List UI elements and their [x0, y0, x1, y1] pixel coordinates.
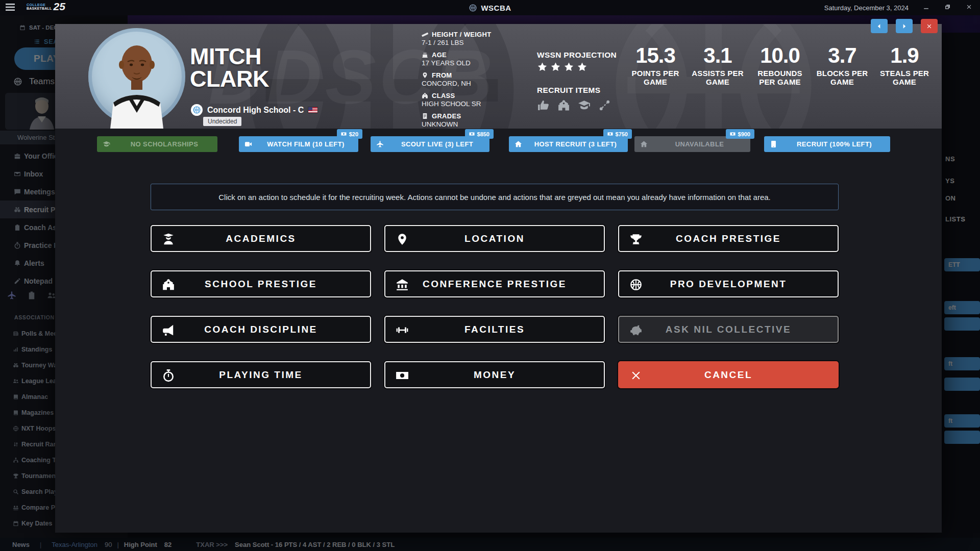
stat-assists-per-game: 3.1ASSISTS PER GAME — [689, 43, 746, 87]
cost-badge: $900 — [726, 129, 754, 139]
grid-academics-button[interactable]: ACADEMICS — [151, 225, 371, 252]
screen: SAT - DECEMBER 3 SEASON PLAY/SIM Teams W… — [0, 0, 980, 551]
calendar-icon — [19, 24, 26, 31]
grades-icon — [422, 113, 428, 119]
occluded-button-fragment — [944, 431, 980, 444]
sort-icon — [13, 441, 19, 447]
basketball-icon — [13, 77, 22, 86]
clipboard-icon — [14, 224, 21, 231]
action-recruit-100-left-button[interactable]: RECRUIT (100% LEFT) — [764, 136, 890, 152]
minimize-icon — [923, 4, 929, 10]
star-icon — [577, 62, 587, 72]
grid-school-prestige-button[interactable]: SCHOOL PRESTIGE — [151, 270, 371, 297]
commitment-status-badge: Undecided — [203, 117, 241, 126]
action-unavailable-button[interactable]: UNAVAILABLE$900 — [634, 136, 750, 152]
teams-label: Teams — [29, 77, 55, 87]
action-label: NO SCHOLARSHIPS — [114, 136, 214, 152]
grid-button-label: ASK NIL COLLECTIVE — [619, 317, 838, 342]
stat-blocks-per-game: 3.7BLOCKS PER GAME — [814, 43, 871, 87]
player-vitals: HEIGHT / WEIGHT7-1 / 261 LBSAGE17 YEARS … — [422, 31, 491, 129]
newspaper-icon — [13, 331, 19, 337]
cost-badge: $850 — [465, 129, 494, 139]
action-no-scholarships-button[interactable]: NO SCHOLARSHIPS — [97, 136, 217, 152]
grid-coach-prestige-button[interactable]: COACH PRESTIGE — [618, 225, 839, 252]
grid-money-button[interactable]: MONEY — [384, 361, 605, 388]
money-bill-icon — [607, 131, 613, 137]
action-scout-live-3-left-button[interactable]: SCOUT LIVE (3) LEFT$850 — [371, 136, 489, 152]
home-score: 82 — [164, 541, 172, 548]
clipboard-icon[interactable] — [27, 291, 36, 300]
score-divider: | — [117, 541, 118, 548]
instruction-text: Click on an action to schedule it for th… — [218, 193, 771, 202]
grid-button-label: LOCATION — [385, 226, 604, 251]
restore-button[interactable] — [943, 4, 951, 12]
stat-rebounds-per-game: 10.0REBOUNDS PER GAME — [751, 43, 808, 87]
mobile-icon — [770, 140, 777, 148]
ticker-text: Sean Scott - 16 PTS / 4 AST / 2 REB / 0 … — [235, 541, 395, 548]
grid-ask-nil-collective-button[interactable]: ASK NIL COLLECTIVE — [618, 316, 839, 343]
player-name: MITCH CLARK — [190, 45, 269, 90]
vital-label: AGE — [432, 51, 447, 59]
title-bar: COLLEGE BASKETBALL 25 WSCBA Saturday, De… — [0, 0, 980, 15]
stat-value: 1.9 — [876, 43, 933, 68]
chat-icon — [14, 188, 21, 195]
vital-grades: GRADESUNKNOWN — [422, 112, 491, 128]
binoculars-icon — [13, 362, 19, 368]
grid-pro-development-button[interactable]: PRO DEVELOPMENT — [618, 270, 839, 297]
status-bar: News | Texas-Arlington 90 | High Point 8… — [0, 538, 980, 551]
sidebar-item-label: Magazines — [21, 409, 54, 416]
money-bill-icon — [341, 131, 347, 137]
caret-right-icon — [901, 23, 908, 30]
sidebar-item-label: Notepad — [24, 277, 53, 285]
close-icon — [966, 4, 972, 10]
vital-age: AGE17 YEARS OLD — [422, 51, 491, 67]
occluded-button-fragment: eft — [944, 301, 980, 314]
stat-value: 10.0 — [751, 43, 808, 68]
grid-coach-discipline-button[interactable]: COACH DISCIPLINE — [151, 316, 371, 343]
previous-player-button[interactable] — [871, 19, 888, 33]
book-icon — [13, 394, 19, 400]
envelope-icon — [14, 170, 21, 178]
action-host-recruit-3-left-button[interactable]: HOST RECRUIT (3 LEFT)$750 — [509, 136, 628, 152]
restore-icon — [944, 4, 951, 10]
occluded-button-fragment — [944, 317, 980, 331]
usa-flag-icon — [308, 107, 317, 113]
next-player-button[interactable] — [896, 19, 913, 33]
basketball-icon — [469, 4, 477, 12]
route-icon — [598, 99, 611, 112]
close-modal-button[interactable] — [921, 19, 938, 33]
occluded-button-fragment — [944, 378, 980, 391]
sidebar-item-teams[interactable]: Teams — [13, 77, 55, 87]
plane-icon[interactable] — [7, 291, 16, 300]
cost-value: $750 — [616, 131, 628, 137]
close-icon — [926, 23, 933, 30]
grid-conference-prestige-button[interactable]: CONFERENCE PRESTIGE — [384, 270, 605, 297]
school-badge — [191, 104, 203, 116]
grid-location-button[interactable]: LOCATION — [384, 225, 605, 252]
grid-cancel-button[interactable]: CANCEL — [618, 361, 839, 388]
vital-value: CONCORD, NH — [422, 80, 491, 87]
grid-facilties-button[interactable]: FACILTIES — [384, 316, 605, 343]
vital-value: 17 YEARS OLD — [422, 59, 491, 67]
star-icon — [550, 62, 561, 72]
away-team-link[interactable]: Texas-Arlington — [52, 541, 97, 548]
stopwatch-icon — [14, 242, 21, 249]
action-watch-film-10-left-button[interactable]: WATCH FILM (10 LEFT)$20 — [239, 136, 358, 152]
occluded-text-fragment: NS — [945, 155, 955, 163]
recruit-items — [537, 99, 617, 112]
player-header: DDSCB MITCH CLARK — [55, 24, 942, 129]
close-window-button[interactable] — [965, 4, 973, 12]
stat-value: 3.7 — [814, 43, 871, 68]
occluded-button-fragment: ETT — [944, 258, 980, 271]
grid-playing-time-button[interactable]: PLAYING TIME — [151, 361, 371, 388]
sidebar-quick-icons — [7, 291, 56, 300]
news-tab[interactable]: News — [12, 541, 30, 548]
grid-button-label: CANCEL — [619, 362, 838, 387]
minimize-button[interactable] — [922, 4, 930, 12]
home-team-link[interactable]: High Point — [124, 541, 157, 548]
sidebar-item-label: Inbox — [24, 170, 43, 178]
occluded-text-fragment: YS — [945, 177, 954, 185]
book-icon — [13, 410, 19, 416]
stat-label: BLOCKS PER GAME — [814, 69, 871, 87]
stat-label: POINTS PER GAME — [627, 69, 684, 87]
